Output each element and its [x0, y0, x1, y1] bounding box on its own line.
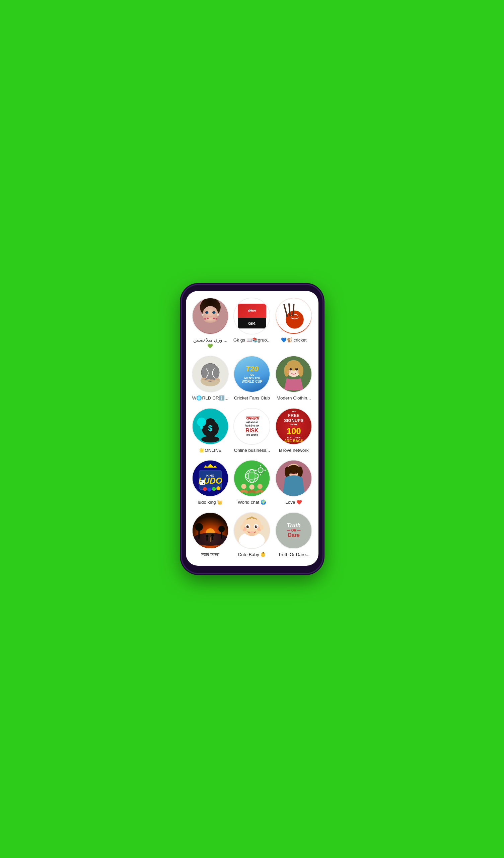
group-item-modern-clothing[interactable]: Modern Clothin...: [275, 355, 313, 401]
avatar-majar: [192, 512, 229, 549]
svg-rect-49: [199, 480, 205, 485]
svg-point-43: [200, 426, 203, 429]
avatar-wori: [192, 298, 229, 334]
svg-point-34: [296, 368, 297, 369]
group-item-wori[interactable]: وري ميلا نصيبن ... 💚: [191, 298, 230, 349]
svg-point-56: [216, 486, 221, 490]
group-label-cute-baby: Cute Baby 👶: [238, 552, 266, 558]
group-label-online: 🌟ONLINE: [199, 447, 221, 454]
avatar-gkgs: इतिहास GK: [233, 298, 270, 334]
avatar-blove: Yes FREE SIGNUPS WITH 100 BLV TOKEN ARE …: [275, 408, 312, 445]
svg-point-99: [248, 526, 249, 526]
group-item-worldchat[interactable]: World chat 🌍: [233, 460, 271, 505]
group-label-modern-clothing: Modern Clothin...: [277, 395, 311, 401]
svg-point-53: [203, 487, 207, 491]
svg-point-105: [260, 525, 264, 529]
svg-text:KING: KING: [206, 474, 214, 477]
avatar-worldcr: [192, 355, 229, 393]
svg-point-51: [203, 483, 204, 484]
group-label-love: Love ❤️: [285, 499, 302, 505]
avatar-cricket-fans: T20 ICC MEN'S T20 WORLD CUP: [233, 355, 270, 393]
avatar-cute-baby: [233, 512, 270, 549]
svg-point-54: [207, 488, 211, 492]
group-label-wori: وري ميلا نصيبن ... 💚: [191, 337, 230, 349]
svg-rect-8: [213, 318, 215, 319]
group-item-love[interactable]: Love ❤️: [275, 460, 313, 505]
svg-point-61: [242, 484, 246, 489]
group-label-gkgs: Gk gs 📖📚gruo...: [233, 337, 271, 343]
svg-point-11: [217, 314, 219, 316]
svg-point-42: [197, 418, 206, 427]
avatar-love: [275, 460, 312, 497]
group-item-gkgs[interactable]: इतिहास GK Gk gs 📖📚gruo...: [233, 298, 271, 349]
group-item-online-business[interactable]: सफलता उन्ही लोगो कोमिलती है जो लोग RISK …: [233, 408, 271, 454]
svg-point-10: [201, 314, 204, 316]
group-label-ludo: ludo king 👑: [198, 499, 223, 505]
svg-text:$: $: [208, 424, 212, 433]
svg-point-104: [241, 525, 244, 529]
group-item-majar[interactable]: মজার আড্ডা: [191, 512, 230, 558]
group-item-blove[interactable]: Yes FREE SIGNUPS WITH 100 BLV TOKEN ARE …: [275, 408, 313, 454]
group-item-truth-dare[interactable]: Truth — OR — Dare Truth Or Dare...: [275, 512, 313, 558]
avatar-modern-clothing: [275, 355, 312, 393]
svg-point-35: [287, 370, 291, 374]
svg-point-63: [258, 484, 262, 489]
svg-point-74: [298, 466, 303, 477]
avatar-cricket-fever: CRICKET FEVER: [275, 298, 312, 334]
svg-point-5: [204, 316, 217, 323]
svg-point-4: [212, 311, 216, 314]
svg-point-84: [195, 523, 203, 531]
svg-rect-90: [212, 537, 213, 540]
group-label-online-business: Online business...: [234, 447, 270, 454]
svg-point-13: [286, 311, 304, 329]
group-item-cute-baby[interactable]: Cute Baby 👶: [233, 512, 271, 558]
group-item-worldcr[interactable]: W🌐RLD CRℹ️...: [191, 355, 230, 401]
group-label-cricket-emoji: 💙🐒 cricket: [281, 337, 307, 343]
svg-point-75: [284, 476, 303, 483]
avatar-online: $: [192, 408, 229, 445]
group-label-truth-dare: Truth Or Dare...: [278, 552, 309, 558]
group-item-ludo[interactable]: LUDO KING: [191, 460, 230, 505]
group-label-worldchat: World chat 🌍: [238, 499, 266, 505]
svg-point-76: [290, 471, 292, 472]
svg-point-89: [211, 534, 214, 537]
avatar-ludo: LUDO KING: [192, 460, 229, 497]
svg-point-87: [206, 535, 208, 537]
svg-rect-7: [207, 318, 209, 319]
svg-point-33: [291, 368, 292, 369]
groups-grid: وري ميلا نصيبن ... 💚 इतिहास GK Gk gs 📖📚g…: [191, 298, 313, 557]
group-label-blove: B love network: [279, 447, 309, 454]
svg-point-62: [249, 484, 255, 489]
svg-rect-6: [204, 318, 206, 320]
svg-rect-9: [215, 318, 217, 320]
group-item-cricket-emoji[interactable]: CRICKET FEVER 💙🐒 cricket: [275, 298, 313, 349]
avatar-worldchat: [233, 460, 270, 497]
svg-point-86: [218, 526, 225, 532]
group-item-online[interactable]: $ 🌟ONLINE: [191, 408, 230, 454]
svg-text:CRICKET: CRICKET: [290, 329, 300, 331]
avatar-online-business: सफलता उन्ही लोगो कोमिलती है जो लोग RISK …: [233, 408, 270, 445]
svg-point-103: [249, 532, 255, 536]
avatar-truth-dare: Truth — OR — Dare: [275, 512, 312, 549]
svg-point-3: [205, 311, 208, 314]
group-label-cricket-fans: Cricket Fans Club: [234, 395, 270, 401]
svg-point-65: [258, 467, 263, 473]
svg-point-55: [212, 487, 216, 491]
svg-point-44: [201, 436, 220, 442]
group-item-cricket-fans[interactable]: T20 ICC MEN'S T20 WORLD CUP Cricket Fans…: [233, 355, 271, 401]
phone-screen: وري ميلا نصيبن ... 💚 इतिहास GK Gk gs 📖📚g…: [186, 291, 319, 566]
group-label-majar: মজার আড্ডা: [201, 552, 220, 558]
svg-point-50: [200, 481, 201, 482]
svg-rect-88: [206, 537, 208, 541]
svg-point-36: [297, 370, 300, 374]
svg-point-40: [206, 418, 215, 425]
svg-text:FEVER: FEVER: [291, 331, 299, 333]
svg-point-100: [256, 526, 257, 526]
phone-frame: وري ميلا نصيبن ... 💚 इतिहास GK Gk gs 📖📚g…: [182, 285, 323, 573]
group-label-worldcr: W🌐RLD CRℹ️...: [192, 395, 228, 401]
svg-point-77: [296, 471, 297, 472]
svg-point-73: [284, 466, 290, 477]
